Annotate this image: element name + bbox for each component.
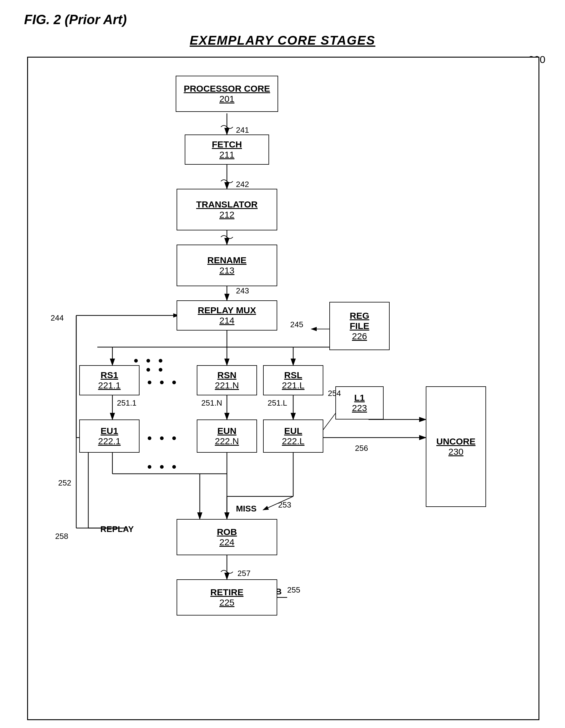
dots-row1: ● ● ● [134,356,166,365]
fetch-label: FETCH [212,139,242,150]
translator-box: TRANSLATOR 212 [177,189,277,230]
uncore-num: 230 [448,447,463,457]
label-255: 255 [287,585,300,595]
replay-label: REPLAY [100,524,134,534]
rsn-num: 221.N [215,380,239,391]
l1-label: L1 [354,393,364,403]
fig-title: EXEMPLARY CORE STAGES [18,33,547,48]
label-241: 241 [236,125,249,135]
eu1-box: EU1 222.1 [79,419,140,453]
reg-file-label: REG [349,311,369,321]
label-245: 245 [290,320,303,329]
eun-box: EUN 222.N [197,419,257,453]
l1-box: L1 223 [335,386,383,419]
fetch-num: 211 [220,150,235,160]
processor-core-box: PROCESSOR CORE 201 [176,76,278,112]
rsn-label: RSN [217,370,236,380]
diagram-container: PROCESSOR CORE 201 FETCH 211 241 TRANSLA… [27,57,539,720]
label-254: 254 [328,389,341,398]
eul-num: 222.L [282,436,304,446]
rs1-num: 221.1 [98,380,121,391]
rename-num: 213 [220,265,235,276]
rob-label: ROB [217,527,237,537]
dots-eu: ● ● ● [147,433,179,443]
rs1-box: RS1 221.1 [79,365,140,395]
replay-mux-label: REPLAY MUX [198,305,256,315]
label-243: 243 [236,286,249,296]
fetch-box: FETCH 211 [185,135,269,165]
rename-box: RENAME 213 [177,245,277,286]
dots-eu2: ● ● ● [147,462,179,471]
replay-mux-num: 214 [220,315,235,326]
eul-box: EUL 222.L [263,419,323,453]
page: FIG. 2 (Prior Art) EXEMPLARY CORE STAGES… [0,0,565,728]
translator-label: TRANSLATOR [196,199,258,210]
eu1-num: 222.1 [98,436,121,446]
rename-label: RENAME [207,255,247,265]
reg-file-box: REG FILE 226 [329,302,390,350]
rsl-box: RSL 221.L [263,365,323,395]
eul-label: EUL [284,426,302,436]
retire-num: 225 [220,597,235,608]
rob-box: ROB 224 [177,519,277,555]
label-253: 253 [278,500,291,510]
label-258: 258 [55,532,68,541]
dots-rs: ● ● ● [147,377,179,387]
fig-label: FIG. 2 (Prior Art) [24,12,547,27]
l1-num: 223 [352,403,367,413]
uncore-label: UNCORE [436,436,475,447]
miss-label: MISS [236,504,257,514]
label-251-n: 251.N [201,398,222,408]
label-251-l: 251.L [268,398,287,408]
reg-file-label2: FILE [350,321,369,331]
rsl-num: 221.L [282,380,304,391]
eu1-label: EU1 [101,426,118,436]
label-242: 242 [236,180,249,189]
translator-num: 212 [220,210,235,220]
retire-box: RETIRE 225 [177,579,277,616]
eun-label: EUN [217,426,236,436]
eun-num: 222.N [215,436,239,446]
processor-core-label: PROCESSOR CORE [184,84,270,94]
label-251-1: 251.1 [117,398,137,408]
rsn-box: RSN 221.N [197,365,257,395]
processor-core-num: 201 [220,94,235,104]
reg-file-num: 226 [352,331,367,341]
rsl-label: RSL [284,370,302,380]
label-252: 252 [58,478,71,488]
rob-num: 224 [220,537,235,547]
replay-mux-box: REPLAY MUX 214 [177,300,277,331]
retire-label: RETIRE [210,587,244,597]
label-256: 256 [355,444,368,453]
label-244: 244 [51,313,64,323]
rs1-label: RS1 [101,370,118,380]
label-257: 257 [238,569,251,578]
uncore-box: UNCORE 230 [426,386,486,507]
